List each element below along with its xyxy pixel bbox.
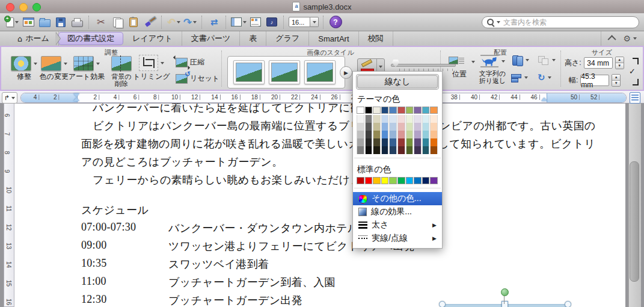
- bring-forward-button[interactable]: [511, 55, 529, 65]
- color-swatch[interactable]: [389, 115, 397, 123]
- align-objects-button[interactable]: [511, 73, 528, 82]
- color-swatch[interactable]: [430, 115, 438, 123]
- search-input[interactable]: [502, 17, 634, 27]
- color-swatch[interactable]: [397, 115, 405, 123]
- color-swatch[interactable]: [430, 131, 438, 138]
- tab-charts[interactable]: グラフ: [266, 31, 309, 46]
- color-swatch[interactable]: [381, 123, 389, 131]
- color-swatch[interactable]: [357, 123, 364, 131]
- color-swatch[interactable]: [357, 131, 364, 138]
- color-swatch[interactable]: [381, 115, 389, 123]
- color-swatch[interactable]: [422, 177, 430, 184]
- format-painter-button[interactable]: [143, 14, 157, 30]
- compress-button[interactable]: 圧縮: [176, 57, 204, 67]
- color-swatch[interactable]: [381, 146, 389, 154]
- position-button[interactable]: 位置: [444, 55, 475, 78]
- color-swatch[interactable]: [373, 138, 381, 146]
- color-swatch[interactable]: [430, 177, 438, 184]
- rotate-button[interactable]: ↻: [538, 72, 551, 83]
- color-swatch[interactable]: [381, 131, 389, 138]
- color-swatch[interactable]: [365, 107, 373, 114]
- group-objects-button[interactable]: [538, 55, 556, 65]
- color-swatch[interactable]: [373, 123, 381, 131]
- ruler-document-icon[interactable]: [630, 92, 640, 104]
- color-swatch[interactable]: [406, 107, 414, 114]
- color-swatch[interactable]: [373, 146, 381, 154]
- zoom-window-button[interactable]: [32, 3, 41, 11]
- crop-button[interactable]: トリミング: [131, 55, 172, 81]
- color-swatch[interactable]: [414, 177, 422, 184]
- color-swatch[interactable]: [422, 123, 430, 131]
- color-swatch[interactable]: [422, 146, 430, 154]
- color-swatch[interactable]: [381, 138, 389, 146]
- height-stepper[interactable]: ▲▼: [615, 57, 624, 69]
- media-browser-button[interactable]: ♪: [265, 14, 279, 30]
- width-input[interactable]: 45.3 mm: [580, 75, 609, 86]
- color-swatch[interactable]: [365, 131, 373, 138]
- hanging-indent-marker[interactable]: [73, 98, 79, 101]
- stepper-down-icon[interactable]: ▼: [616, 63, 624, 69]
- color-swatch[interactable]: [406, 177, 414, 184]
- color-swatch[interactable]: [422, 131, 430, 138]
- resize-handle-top-right[interactable]: [565, 301, 571, 307]
- color-swatch[interactable]: [422, 115, 430, 123]
- width-stepper[interactable]: ▲▼: [612, 74, 621, 87]
- color-swatch[interactable]: [365, 177, 373, 184]
- tab-tables[interactable]: 表: [240, 31, 266, 46]
- undo-button[interactable]: ↶: [167, 14, 181, 30]
- open-button[interactable]: [37, 14, 52, 30]
- new-document-button[interactable]: +: [5, 14, 19, 30]
- color-swatch[interactable]: [406, 115, 414, 123]
- color-swatch[interactable]: [414, 123, 422, 131]
- color-swatch[interactable]: [422, 138, 430, 146]
- scrollbar-thumb[interactable]: [630, 161, 639, 282]
- color-swatch[interactable]: [373, 115, 381, 123]
- color-swatch[interactable]: [397, 146, 405, 154]
- color-swatch[interactable]: [373, 131, 381, 138]
- color-swatch[interactable]: [365, 123, 373, 131]
- color-swatch[interactable]: [397, 107, 405, 114]
- color-swatch[interactable]: [389, 131, 397, 138]
- color-swatch[interactable]: [406, 123, 414, 131]
- color-swatch[interactable]: [430, 107, 438, 114]
- color-swatch[interactable]: [414, 138, 422, 146]
- color-swatch[interactable]: [397, 131, 405, 138]
- color-swatch[interactable]: [414, 115, 422, 123]
- paste-button[interactable]: [126, 14, 141, 30]
- color-swatch[interactable]: [397, 177, 405, 184]
- color-swatch[interactable]: [357, 138, 364, 146]
- close-button[interactable]: [6, 3, 14, 11]
- switch-arrows-button[interactable]: ⇄: [207, 14, 221, 30]
- tab-smartart[interactable]: SmartArt: [309, 31, 358, 46]
- color-swatch[interactable]: [389, 138, 397, 146]
- help-button[interactable]: ?: [328, 14, 343, 30]
- color-swatch[interactable]: [365, 146, 373, 154]
- rotation-handle[interactable]: [501, 288, 509, 296]
- color-swatch[interactable]: [389, 107, 397, 114]
- color-swatch[interactable]: [389, 123, 397, 131]
- tab-layout[interactable]: レイアウト: [123, 31, 182, 46]
- search-field[interactable]: [482, 16, 639, 28]
- collapse-ribbon-icon[interactable]: [608, 35, 616, 43]
- color-swatch[interactable]: [389, 146, 397, 154]
- gallery-more-button[interactable]: ▶: [340, 66, 352, 79]
- zoom-dropdown[interactable]: [310, 17, 319, 27]
- color-swatch[interactable]: [381, 107, 389, 114]
- reset-button[interactable]: ↺リセット: [176, 73, 219, 84]
- color-swatch[interactable]: [381, 177, 389, 184]
- color-swatch[interactable]: [406, 146, 414, 154]
- document-gallery-button[interactable]: [21, 14, 35, 30]
- color-swatch[interactable]: [430, 123, 438, 131]
- cut-button[interactable]: ✂: [94, 14, 108, 30]
- redo-button[interactable]: ↷: [183, 14, 197, 30]
- no-line-button[interactable]: 線なし: [357, 75, 438, 88]
- tab-picture-format[interactable]: 図の書式設定: [58, 32, 123, 45]
- copy-button[interactable]: [110, 14, 124, 30]
- line-weight-menu-item[interactable]: 太さ▶: [353, 219, 442, 232]
- color-swatch[interactable]: [422, 107, 430, 114]
- picture-style-option[interactable]: [233, 60, 265, 84]
- view-sidebar-button[interactable]: [231, 14, 247, 30]
- color-swatch[interactable]: [414, 131, 422, 138]
- color-swatch[interactable]: [430, 146, 438, 154]
- stepper-up-icon[interactable]: ▲: [612, 75, 620, 81]
